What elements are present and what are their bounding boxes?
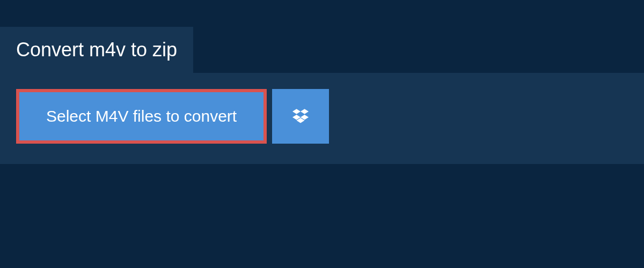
select-files-label: Select M4V files to convert: [46, 107, 237, 125]
content-panel: Select M4V files to convert: [0, 73, 644, 164]
select-files-button[interactable]: Select M4V files to convert: [16, 89, 267, 144]
tab-header: Convert m4v to zip: [0, 27, 193, 73]
page-title: Convert m4v to zip: [16, 39, 177, 61]
dropbox-icon: [292, 109, 309, 124]
dropbox-button[interactable]: [272, 89, 329, 144]
button-row: Select M4V files to convert: [16, 89, 628, 144]
